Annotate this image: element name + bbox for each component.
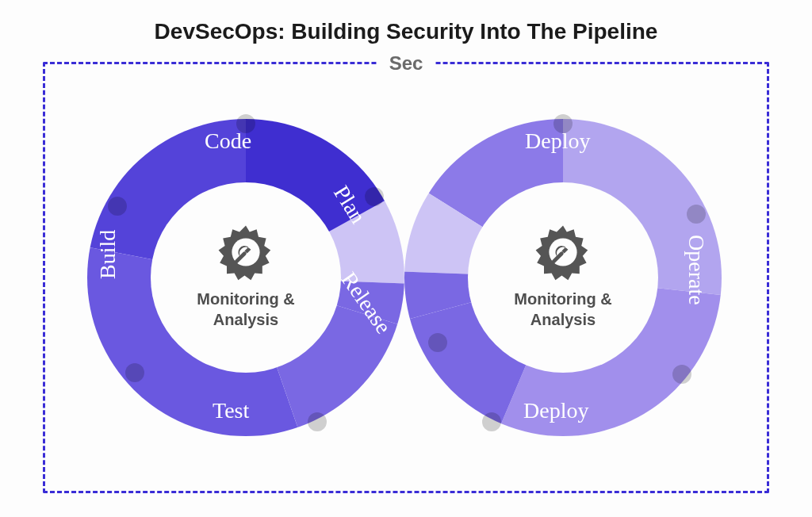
svg-point-15: [428, 333, 447, 352]
label-code: Code: [205, 128, 251, 154]
page-title: DevSecOps: Building Security Into The Pi…: [0, 19, 812, 44]
svg-point-14: [482, 412, 501, 431]
sec-label: Sec: [378, 52, 435, 75]
infinity-diagram: Code Build Test Release Plan Deploy Oper…: [79, 95, 730, 460]
infinity-svg: [79, 95, 730, 460]
center-caption-right: Monitoring &Analysis: [484, 289, 642, 330]
label-deploy-bottom: Deploy: [523, 398, 588, 423]
svg-point-12: [687, 205, 706, 224]
svg-point-8: [125, 363, 144, 382]
center-caption-left: Monitoring &Analysis: [167, 289, 325, 330]
label-test: Test: [213, 398, 249, 423]
svg-point-9: [308, 412, 327, 431]
label-deploy-top: Deploy: [525, 128, 590, 154]
label-operate: Operate: [684, 235, 709, 305]
gear-wrench-icon: [214, 220, 278, 284]
svg-point-10: [365, 187, 384, 206]
svg-point-7: [108, 197, 127, 216]
label-build: Build: [95, 230, 121, 279]
gear-wrench-icon: [531, 220, 595, 284]
svg-point-13: [672, 365, 691, 384]
